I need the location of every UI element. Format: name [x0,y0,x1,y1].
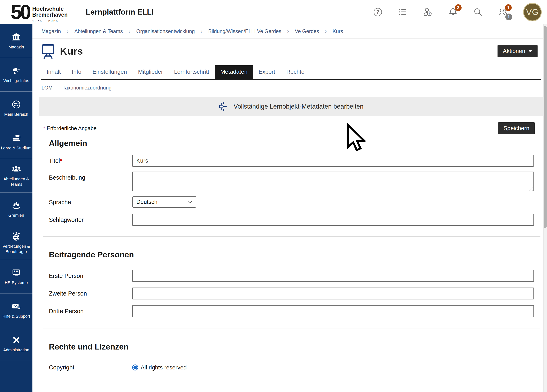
tab-mitglieder[interactable]: Mitglieder [132,65,168,79]
sidebar-item-vertretungen[interactable]: Vertretungen & Beauftragte [0,226,33,260]
breadcrumb-separator: › [201,28,203,35]
app-title: Lernplattform ELLI [86,8,154,16]
tab-inhalt[interactable]: Inhalt [41,65,66,79]
beschreibung-textarea[interactable] [132,172,534,191]
contacts-badge-top: 1 [505,4,512,11]
metadata-tree-icon [219,101,229,111]
tab-info[interactable]: Info [66,65,87,79]
breadcrumb-item[interactable]: Kurs [332,28,343,34]
erste-person-input[interactable] [132,270,534,282]
subtab-bar: LOM Taxonomiezuordnung [41,85,543,91]
breadcrumb-item[interactable]: Organisationsentwicklung [136,28,195,34]
help-icon[interactable]: ? [373,7,383,17]
sidebar-item-lehre-studium[interactable]: Lehre & Studium [0,125,33,159]
form-row-titel: Titel* [49,155,534,167]
required-asterisk: * [43,125,45,131]
sidebar-item-magazin[interactable]: Magazin [0,24,33,58]
tab-rechte[interactable]: Rechte [281,65,310,79]
tab-export[interactable]: Export [253,65,281,79]
titel-label: Titel* [49,155,132,167]
form-header: * Erforderliche Angabe Speichern [43,122,535,134]
scrollbar-track[interactable] [543,24,547,392]
tab-metadaten[interactable]: Metadaten [215,65,253,79]
sidebar-item-hs-systeme[interactable]: *** HS-Systeme [0,260,33,293]
sidebar-item-label: Gremien [8,213,24,218]
sidebar-item-gremien[interactable]: Gremien [0,193,33,226]
megaphone-icon [12,66,21,75]
scrollbar-thumb[interactable] [544,26,547,228]
sidebar-item-administration[interactable]: Administration [0,327,33,361]
subtab-lom[interactable]: LOM [41,85,53,91]
breadcrumb-item[interactable]: Ve Gerdes [295,28,319,34]
tab-einstellungen[interactable]: Einstellungen [87,65,132,79]
titel-input[interactable] [132,155,534,167]
form-row-erste-person: Erste Person [49,270,534,282]
sidebar-item-abteilungen-teams[interactable]: Abteilungen & Teams [0,159,33,193]
copyright-radio[interactable] [132,365,138,371]
sidebar-item-label: Administration [3,347,29,353]
svg-text:?: ? [18,306,20,309]
edit-full-metadata-banner[interactable]: Vollständige Lernobjekt-Metadaten bearbe… [39,97,543,116]
breadcrumb-separator: › [67,28,69,35]
form-row-dritte-person: Dritte Person [49,305,534,317]
form-row-copyright: Copyright All rights reserved [49,364,534,371]
sidebar-item-label: Mein Bereich [4,112,28,117]
form-row-sprache: Sprache Deutsch [49,196,534,208]
tab-lernfortschritt[interactable]: Lernfortschritt [169,65,215,79]
subtab-taxonomiezuordnung[interactable]: Taxonomiezuordnung [62,85,111,91]
section-divider [43,329,540,329]
sidebar-item-hilfe-support[interactable]: ? Hilfe & Support [0,293,33,327]
erste-person-label: Erste Person [49,270,132,282]
copyright-option-label: All rights reserved [141,364,187,371]
breadcrumb-item[interactable]: Abteilungen & Teams [74,28,123,34]
save-button-label: Speichern [504,125,529,132]
todo-list-icon[interactable] [398,7,408,17]
breadcrumb-separator: › [129,28,130,35]
tab-bar: Inhalt Info Einstellungen Mitglieder Ler… [41,65,541,80]
sidebar-item-label: Abteilungen & Teams [1,176,32,187]
app-window: 50 Hochschule Bremerhaven 1975 – 2025 Le… [0,0,547,392]
bank-icon [12,33,21,42]
breadcrumb-separator: › [325,28,327,35]
required-asterisk: * [60,157,62,164]
form-row-zweite-person: Zweite Person [49,288,534,299]
logo-line2: Bremerhaven [32,12,68,18]
zweite-person-input[interactable] [132,288,534,299]
sprache-select[interactable]: Deutsch [132,196,196,208]
avatar[interactable]: VG [523,3,542,21]
required-note: * Erforderliche Angabe [43,125,96,132]
sidebar-item-wichtige-infos[interactable]: Wichtige Infos [0,58,33,92]
committee-icon [12,201,21,210]
banner-label: Vollständige Lernobjekt-Metadaten bearbe… [234,103,364,110]
sprache-label: Sprache [49,196,132,208]
mail-question-icon: ? [12,302,21,311]
sidebar-item-mein-bereich[interactable]: Mein Bereich [0,92,33,125]
top-header-bar: 50 Hochschule Bremerhaven 1975 – 2025 Le… [0,0,547,24]
breadcrumb-item[interactable]: Magazin [41,28,61,34]
actions-button[interactable]: Aktionen [498,45,538,57]
monitor-icon: *** [12,268,21,277]
search-icon[interactable] [473,7,483,17]
save-button[interactable]: Speichern [498,122,535,134]
notifications-bell-icon[interactable]: 2 [448,7,458,17]
people-group-icon [12,164,21,174]
dritte-person-label: Dritte Person [49,305,132,317]
form-row-beschreibung: Beschreibung [49,172,534,192]
books-icon [12,133,21,143]
dritte-person-input[interactable] [132,305,534,317]
header-icon-cluster: ? ! [373,3,542,21]
user-status-icon[interactable]: ! [423,7,433,17]
copyright-label: Copyright [49,364,132,371]
page-title: Kurs [60,45,83,57]
schlagwoerter-input[interactable] [132,214,534,226]
actions-button-label: Aktionen [503,48,525,54]
sidebar-item-label: Lehre & Studium [1,145,32,151]
main-sidebar: Magazin Wichtige Infos Me [0,24,33,392]
university-logo: 50 Hochschule Bremerhaven 1975 – 2025 [11,1,68,23]
breadcrumb-item[interactable]: Bildung/Wissen/ELLI Ve Gerdes [208,28,281,34]
sidebar-item-label: Vertretungen & Beauftragte [1,244,32,254]
main-content: Magazin › Abteilungen & Teams › Organisa… [33,24,543,392]
logo-line1: Hochschule [32,6,68,12]
contacts-icon[interactable]: 1 1 [498,7,508,17]
svg-text:!: ! [429,12,430,16]
